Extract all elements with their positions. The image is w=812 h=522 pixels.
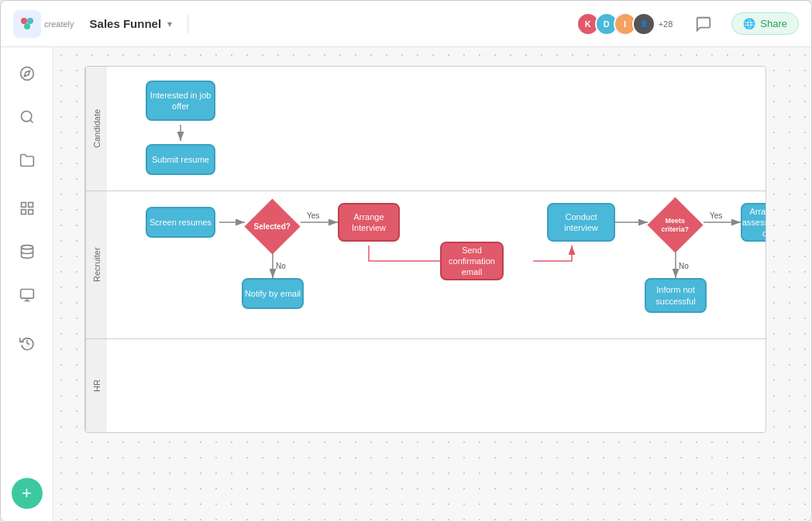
sidebar-item-present[interactable]: [13, 281, 41, 309]
swimlane-hr-label: HR: [85, 339, 107, 432]
swimlane-candidate-label: Candidate: [85, 67, 107, 191]
svg-rect-12: [20, 290, 33, 299]
svg-rect-8: [28, 203, 33, 208]
svg-text:Yes: Yes: [307, 211, 319, 220]
chat-icon[interactable]: [691, 12, 716, 36]
shape-interested-job[interactable]: Interested in job offer: [146, 81, 215, 121]
svg-rect-7: [21, 203, 26, 208]
swimlane-diagram: Candidate: [84, 66, 766, 433]
shape-arrange-assessment[interactable]: Arrange assessment d: [741, 203, 766, 242]
app-container: creately Sales Funnel ▾ K D I 👤 +28 🌐 Sh…: [0, 0, 812, 522]
logo-icon: [13, 10, 41, 38]
swimlane-candidate-content: Interested in job offer Submit resume: [107, 67, 766, 191]
swimlane-hr-content: [107, 339, 766, 432]
title-area: Sales Funnel ▾: [90, 17, 173, 30]
sidebar-item-search[interactable]: [13, 103, 41, 131]
svg-point-3: [20, 67, 33, 81]
title-dropdown-icon[interactable]: ▾: [167, 19, 172, 29]
svg-line-6: [29, 120, 33, 123]
svg-marker-4: [24, 70, 29, 76]
sidebar-item-history[interactable]: [13, 329, 41, 357]
main-area: + Candidate: [1, 47, 811, 521]
header-divider: [188, 15, 188, 33]
logo-text: creately: [44, 19, 74, 29]
svg-rect-10: [21, 210, 26, 215]
svg-rect-9: [28, 210, 33, 215]
shape-inform-unsuccessful[interactable]: Inform not successful: [645, 278, 707, 313]
logo: creately: [13, 10, 74, 38]
svg-text:No: No: [679, 262, 689, 270]
add-icon: +: [22, 483, 32, 503]
sidebar: +: [1, 47, 53, 521]
swimlane-recruiter: Recruiter Yes No: [85, 191, 766, 339]
share-button[interactable]: 🌐 Share: [731, 12, 799, 35]
add-button[interactable]: +: [12, 478, 43, 509]
shape-submit-resume[interactable]: Submit resume: [146, 144, 215, 175]
diagram-title[interactable]: Sales Funnel: [90, 17, 162, 30]
shape-meets-criteria-diamond[interactable]: Meets criteria?: [648, 197, 704, 253]
shape-conduct-interview[interactable]: Conduct interview: [547, 203, 615, 242]
shape-send-confirmation[interactable]: Send confirmation email: [440, 242, 504, 280]
avatar-count: +28: [659, 19, 673, 29]
avatar-photo: 👤: [632, 12, 655, 36]
canvas-area[interactable]: Candidate: [53, 47, 811, 521]
svg-point-2: [24, 23, 30, 29]
svg-point-0: [21, 18, 27, 24]
svg-text:No: No: [276, 262, 286, 270]
swimlane-hr: HR: [85, 339, 766, 432]
shape-arrange-interview[interactable]: Arrange Interview: [338, 203, 400, 242]
swimlane-recruiter-label: Recruiter: [85, 191, 107, 338]
header: creately Sales Funnel ▾ K D I 👤 +28 🌐 Sh…: [1, 1, 811, 47]
shape-screen-resumes[interactable]: Screen resumes: [146, 207, 215, 238]
svg-point-11: [21, 246, 33, 249]
shape-notify-email[interactable]: Notify by email: [242, 278, 304, 309]
swimlane-recruiter-content: Yes No Yes: [107, 191, 766, 338]
sidebar-bottom: +: [12, 472, 43, 509]
swimlane-candidate: Candidate: [85, 67, 766, 191]
sidebar-item-database[interactable]: [13, 238, 41, 266]
svg-text:Yes: Yes: [710, 211, 722, 220]
collaborators-avatars: K D I 👤 +28: [576, 12, 673, 36]
shape-selected-diamond[interactable]: Selected?: [245, 199, 301, 255]
sidebar-item-shapes[interactable]: [13, 194, 41, 222]
sidebar-item-navigate[interactable]: [13, 60, 41, 88]
svg-point-5: [21, 112, 31, 122]
share-globe-icon: 🌐: [743, 18, 755, 29]
sidebar-item-folder[interactable]: [13, 146, 41, 174]
share-label: Share: [760, 18, 787, 29]
svg-point-1: [27, 18, 33, 24]
